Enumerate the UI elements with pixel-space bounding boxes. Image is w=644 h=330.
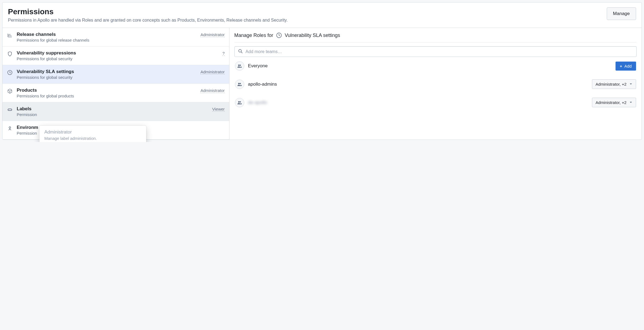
permissions-card: Permissions Permissions in Apollo are ha… — [2, 2, 642, 140]
team-row-redacted: de-apollo Administrator, +2 — [234, 93, 637, 112]
role-select-label: Administrator, +2 — [596, 82, 626, 86]
search-icon — [238, 49, 243, 54]
caret-down-icon — [629, 82, 633, 86]
svg-point-2 — [9, 127, 11, 128]
sidebar-item-vulnerability-suppressions[interactable]: Vulnerability suppressions Permissions f… — [2, 47, 229, 65]
page-header: Permissions Permissions in Apollo are ha… — [2, 2, 642, 28]
sidebar-item-badge[interactable]: ? — [222, 51, 225, 56]
role-select[interactable]: Administrator, +2 — [592, 79, 636, 89]
team-avatar-icon — [235, 98, 244, 107]
role-select-label: Administrator, +2 — [596, 100, 626, 105]
page-title: Permissions — [8, 7, 288, 16]
role-popover: Administrator Manage label administratio… — [39, 126, 146, 142]
main-header: Manage Roles for Vulnerability SLA setti… — [234, 32, 637, 42]
team-row-apollo-admins: apollo-admins Administrator, +2 — [234, 75, 637, 93]
main-header-label: Manage Roles for — [234, 33, 273, 38]
svg-point-7 — [238, 83, 239, 84]
header-left: Permissions Permissions in Apollo are ha… — [8, 7, 288, 23]
page-subtitle: Permissions in Apollo are handled via Ro… — [8, 18, 288, 23]
team-search-input[interactable] — [246, 49, 633, 54]
sidebar-item-labels[interactable]: Labels Permission Viewer — [2, 102, 229, 121]
svg-point-6 — [240, 65, 241, 66]
team-avatar-icon — [235, 61, 244, 71]
main-header-title: Vulnerability SLA settings — [285, 33, 340, 38]
manage-button[interactable]: Manage — [607, 7, 636, 20]
sidebar-item-title: Labels — [17, 106, 208, 112]
add-button-label: Add — [624, 64, 632, 68]
cube-icon — [7, 88, 13, 94]
svg-point-10 — [240, 101, 241, 103]
sidebar-item-release-channels[interactable]: Release channels Permissions for global … — [2, 28, 229, 47]
team-name: apollo-admins — [248, 82, 277, 87]
sidebar-item-title: Release channels — [17, 32, 197, 37]
plus-icon: + — [620, 64, 622, 68]
sidebar-item-title: Vulnerability suppressions — [17, 50, 219, 56]
sidebar-item-badge[interactable]: Administrator — [200, 32, 225, 37]
sidebar-item-desc: Permissions for global security — [17, 56, 219, 61]
svg-point-8 — [240, 83, 241, 84]
team-avatar-icon — [235, 80, 244, 89]
shield-icon — [7, 51, 13, 57]
label-icon — [7, 107, 13, 113]
popover-item-administrator[interactable]: Administrator Manage label administratio… — [44, 129, 141, 141]
sidebar-item-title: Products — [17, 88, 197, 93]
sidebar: Release channels Permissions for global … — [2, 28, 229, 140]
svg-point-5 — [238, 65, 239, 66]
popover-item-desc: Manage label administration. — [44, 135, 141, 141]
team-search[interactable] — [234, 46, 637, 57]
sidebar-item-desc: Permissions for global release channels — [17, 38, 197, 42]
team-name: Everyone — [248, 63, 268, 69]
sidebar-item-badge[interactable]: Administrator — [200, 70, 225, 74]
team-row-everyone: Everyone + Add — [234, 57, 637, 75]
manage-button-label: Manage — [613, 11, 630, 16]
channels-icon — [7, 32, 13, 38]
sidebar-item-badge[interactable]: Viewer — [212, 107, 225, 112]
sidebar-item-desc: Permission — [17, 112, 208, 117]
add-team-button[interactable]: + Add — [616, 62, 636, 71]
sidebar-item-badge[interactable]: Administrator — [200, 88, 225, 93]
clock-icon — [276, 32, 282, 38]
sidebar-item-title: Vulnerability SLA settings — [17, 69, 197, 74]
environment-icon — [7, 125, 13, 131]
sidebar-item-desc: Permissions for global security — [17, 75, 197, 80]
popover-item-title: Administrator — [44, 129, 141, 135]
caret-down-icon — [629, 100, 633, 105]
team-name: de-apollo — [248, 100, 267, 105]
role-select[interactable]: Administrator, +2 — [592, 98, 636, 107]
sidebar-item-vulnerability-sla[interactable]: Vulnerability SLA settings Permissions f… — [2, 65, 229, 84]
svg-point-9 — [238, 101, 239, 102]
sidebar-item-desc: Permissions for global products — [17, 94, 197, 98]
clock-icon — [7, 70, 13, 76]
svg-point-4 — [238, 50, 241, 52]
svg-rect-1 — [8, 109, 12, 111]
main-panel: Manage Roles for Vulnerability SLA setti… — [229, 28, 642, 140]
sidebar-item-products[interactable]: Products Permissions for global products… — [2, 84, 229, 102]
body: Release channels Permissions for global … — [2, 28, 642, 140]
